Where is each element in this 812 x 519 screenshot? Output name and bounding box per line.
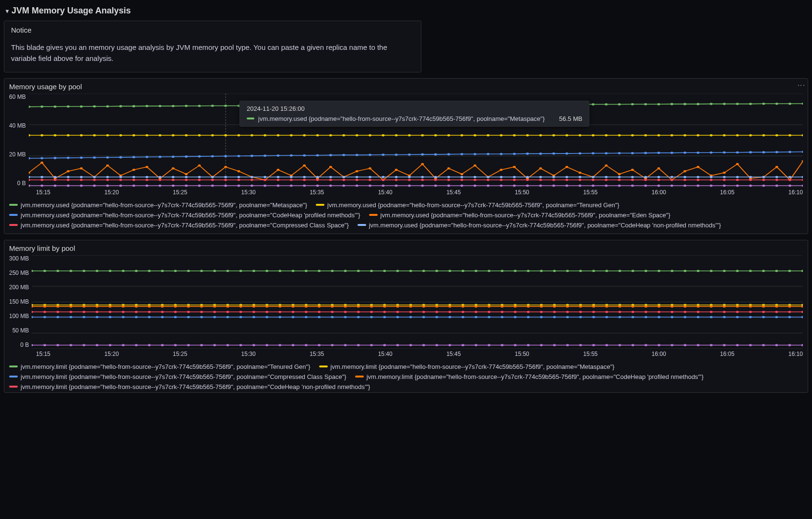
svg-point-281 — [500, 178, 502, 181]
svg-point-139 — [211, 155, 214, 157]
svg-point-446 — [214, 270, 216, 272]
svg-point-672 — [32, 311, 33, 313]
svg-point-285 — [552, 178, 555, 181]
svg-point-736 — [83, 344, 85, 346]
svg-point-702 — [422, 311, 425, 313]
svg-point-287 — [578, 178, 581, 181]
svg-point-184 — [801, 151, 803, 153]
svg-point-594 — [579, 316, 582, 318]
svg-point-364 — [801, 176, 803, 178]
svg-point-279 — [473, 178, 476, 181]
svg-point-9 — [80, 105, 83, 107]
svg-point-128 — [67, 156, 70, 159]
svg-point-560 — [135, 316, 138, 318]
svg-point-571 — [279, 316, 282, 318]
svg-point-730 — [788, 311, 791, 313]
svg-point-305 — [29, 176, 30, 178]
x-tick: 15:55 — [583, 351, 597, 357]
svg-point-188 — [67, 170, 70, 172]
svg-point-78 — [198, 134, 201, 136]
legend-label: jvm.memory.used {podname="hello-from-sou… — [21, 212, 360, 219]
chart-panel-usage: ⋮ Memory usage by pool 60 MB40 MB20 MB0 … — [4, 78, 808, 234]
svg-point-791 — [801, 344, 803, 346]
svg-point-743 — [174, 344, 177, 346]
svg-point-208 — [329, 165, 332, 168]
svg-point-683 — [174, 311, 177, 313]
chart-title-usage: Memory usage by pool — [9, 83, 803, 91]
svg-point-90 — [355, 134, 358, 136]
svg-point-628 — [239, 305, 242, 307]
legend-swatch — [9, 204, 18, 206]
section-header[interactable]: ▾ JVM Memory Usage Analysis — [4, 4, 808, 21]
svg-point-379 — [211, 184, 214, 187]
svg-point-452 — [292, 270, 295, 272]
legend-item[interactable]: jvm.memory.limit {podname="hello-from-so… — [355, 373, 704, 380]
svg-point-568 — [239, 316, 242, 318]
svg-point-477 — [619, 270, 621, 272]
legend-item[interactable]: jvm.memory.used {podname="hello-from-sou… — [358, 222, 721, 229]
svg-point-750 — [266, 344, 269, 346]
svg-point-424 — [801, 184, 803, 187]
svg-point-61 — [762, 103, 765, 105]
svg-point-211 — [369, 167, 371, 169]
legend-swatch — [9, 376, 18, 377]
svg-point-390 — [355, 184, 358, 187]
svg-point-664 — [710, 305, 713, 307]
panel-menu-icon[interactable]: ⋮ — [797, 82, 806, 90]
svg-point-467 — [488, 270, 491, 272]
svg-point-325 — [290, 176, 293, 178]
svg-point-316 — [172, 176, 175, 178]
svg-point-16 — [172, 105, 175, 107]
legend-swatch — [9, 366, 18, 367]
svg-point-770 — [527, 344, 530, 346]
legend-item[interactable]: jvm.memory.used {podname="hello-from-sou… — [9, 201, 307, 209]
svg-point-179 — [736, 151, 739, 153]
legend-item[interactable]: jvm.memory.used {podname="hello-from-sou… — [316, 201, 620, 209]
legend-item[interactable]: jvm.memory.used {podname="hello-from-sou… — [9, 212, 360, 219]
svg-point-677 — [96, 311, 99, 313]
svg-point-469 — [514, 270, 517, 272]
svg-point-606 — [736, 316, 739, 318]
svg-point-321 — [237, 176, 240, 178]
legend-item[interactable]: jvm.memory.limit {podname="hello-from-so… — [9, 363, 310, 370]
svg-point-474 — [579, 270, 582, 272]
svg-point-227 — [578, 171, 581, 174]
svg-point-599 — [645, 316, 647, 318]
legend-item[interactable]: jvm.memory.used {podname="hello-from-sou… — [9, 222, 349, 229]
svg-point-239 — [736, 163, 739, 165]
x-tick: 15:20 — [105, 351, 119, 357]
svg-point-376 — [172, 184, 175, 187]
x-tick: 16:00 — [652, 351, 666, 357]
svg-point-70 — [93, 134, 96, 136]
svg-point-268 — [329, 178, 332, 181]
x-tick: 15:50 — [515, 351, 529, 357]
svg-point-155 — [421, 153, 424, 155]
x-tick: 15:30 — [241, 351, 256, 357]
svg-point-766 — [475, 344, 478, 346]
svg-point-573 — [305, 316, 308, 318]
plot-area-limit[interactable] — [32, 255, 803, 349]
svg-point-663 — [697, 305, 700, 307]
svg-point-197 — [185, 173, 188, 175]
svg-point-380 — [224, 184, 227, 187]
svg-point-689 — [252, 311, 255, 313]
svg-point-624 — [187, 305, 190, 307]
legend-item[interactable]: jvm.memory.limit {podname="hello-from-so… — [9, 383, 370, 390]
legend-item[interactable]: jvm.memory.used {podname="hello-from-sou… — [369, 212, 670, 219]
svg-point-284 — [539, 178, 542, 181]
svg-point-733 — [44, 344, 47, 346]
legend-item[interactable]: jvm.memory.limit {podname="hello-from-so… — [319, 363, 615, 370]
svg-point-463 — [436, 270, 439, 272]
svg-point-598 — [632, 316, 634, 318]
svg-point-399 — [473, 184, 476, 187]
y-tick: 20 MB — [9, 151, 26, 158]
svg-point-105 — [552, 134, 555, 136]
legend-item[interactable]: jvm.memory.limit {podname="hello-from-so… — [9, 373, 346, 380]
svg-point-127 — [53, 157, 56, 159]
svg-point-330 — [355, 176, 358, 178]
svg-point-247 — [53, 178, 56, 181]
svg-point-92 — [382, 134, 384, 136]
svg-point-653 — [566, 305, 569, 307]
svg-point-291 — [631, 178, 634, 181]
svg-point-118 — [723, 134, 726, 136]
